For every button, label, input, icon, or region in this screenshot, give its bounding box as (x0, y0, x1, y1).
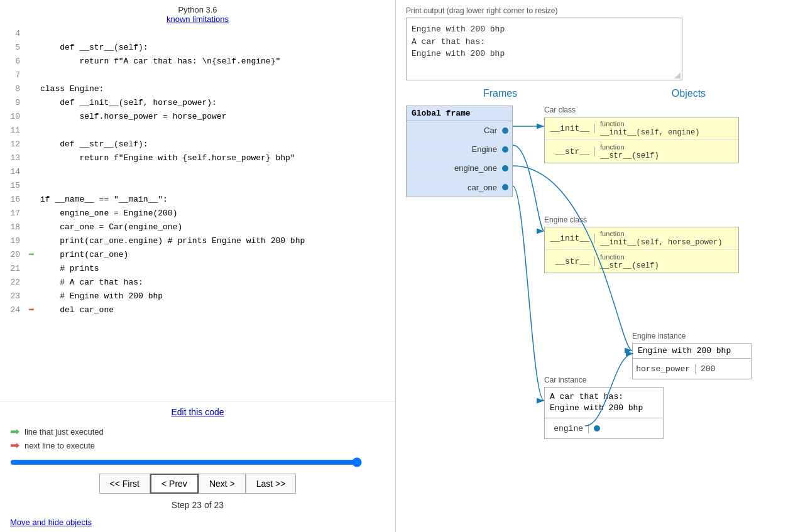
engine-str-func-sig: __str__(self) (600, 261, 659, 270)
engine-class-box: Engine class __init__ function __init__(… (544, 215, 739, 273)
frame-row-car: Car (407, 121, 512, 140)
step-slider[interactable] (10, 457, 362, 467)
engine-init-row: __init__ function __init__(self, horse_p… (545, 227, 738, 250)
edit-code-link[interactable]: Edit this code (171, 407, 224, 417)
table-row: 20➡ print(car_one) (0, 247, 395, 261)
move-hide-link[interactable]: Move and hide objects (10, 518, 92, 527)
line-code-cell (38, 123, 395, 137)
code-table: 45 def __str__(self):6 return f"A car th… (0, 26, 395, 317)
table-row: 5 def __str__(self): (0, 40, 395, 54)
line-number: 14 (0, 165, 25, 178)
table-row: 18 car_one = Car(engine_one) (0, 220, 395, 234)
line-number: 21 (0, 261, 25, 275)
engine-str-name: __str__ (545, 257, 595, 266)
print-output-line: Engine with 200 bhp (412, 48, 677, 60)
engine-str-func-label: function (600, 253, 659, 261)
frame-row-car-one: car_one (407, 178, 512, 197)
line-number: 4 (0, 26, 25, 40)
line-code-cell: # Engine with 200 bhp (38, 289, 395, 303)
line-number: 9 (0, 95, 25, 109)
line-number: 13 (0, 151, 25, 165)
prev-button[interactable]: < Prev (150, 474, 199, 494)
nav-row: << First < Prev Next > Last >> (0, 470, 395, 497)
table-row: 24➡ del car_one (0, 303, 395, 317)
line-code-cell: del car_one (38, 303, 395, 317)
move-hide-row: Move and hide objects (0, 514, 395, 532)
right-panel: Print output (drag lower right corner to… (396, 0, 793, 532)
line-code-cell: def __str__(self): (38, 40, 395, 54)
car-class-box: Car class __init__ function __init__(sel… (544, 106, 739, 163)
line-arrow-cell (25, 26, 38, 40)
line-arrow-cell (25, 151, 38, 165)
engine-init-func-sig: __init__(self, horse_power) (600, 238, 722, 247)
known-limitations-link[interactable]: known limitations (167, 14, 229, 24)
line-number: 23 (0, 289, 25, 303)
line-code-cell (38, 178, 395, 192)
line-arrow-cell (25, 206, 38, 220)
global-frame-box: Global frame Car Engine engine_one car_o… (406, 106, 513, 197)
line-number: 17 (0, 206, 25, 220)
line-code-cell: class Engine: (38, 82, 395, 95)
table-row: 8class Engine: (0, 82, 395, 95)
python-header: Python 3.6 known limitations (0, 0, 395, 26)
car-str-name: __str__ (545, 147, 595, 156)
engine-class-label: Engine class (544, 215, 739, 224)
line-arrow-cell (25, 165, 38, 178)
print-output-box: Engine with 200 bhpA car that has:Engine… (406, 18, 682, 80)
line-number: 10 (0, 109, 25, 123)
line-number: 18 (0, 220, 25, 234)
line-arrow-cell (25, 54, 38, 68)
line-arrow-cell (25, 68, 38, 82)
line-arrow-cell (25, 261, 38, 275)
code-area: 45 def __str__(self):6 return f"A car th… (0, 26, 395, 401)
table-row: 12 def __str__(self): (0, 137, 395, 151)
line-number: 19 (0, 234, 25, 247)
print-output-line: Engine with 200 bhp (412, 23, 677, 36)
table-row: 10 self.horse_power = horse_power (0, 109, 395, 123)
line-code-cell: def __init__(self, horse_power): (38, 95, 395, 109)
slider-row (0, 455, 395, 470)
frame-var-car-one: car_one (468, 183, 497, 192)
line-code-cell: engine_one = Engine(200) (38, 206, 395, 220)
red-arrow-icon: ➡ (10, 440, 19, 451)
first-button[interactable]: << First (99, 474, 150, 494)
line-arrow-cell (25, 123, 38, 137)
car-engine-attr-dot (594, 425, 600, 432)
line-arrow-cell (25, 178, 38, 192)
step-label: Step 23 of 23 (0, 497, 395, 514)
line-number: 6 (0, 54, 25, 68)
line-arrow-cell (25, 95, 38, 109)
car-instance-inner: A car that has:Engine with 200 bhp engin… (544, 387, 664, 439)
car-init-name: __init__ (545, 124, 595, 133)
line-code-cell: car_one = Car(engine_one) (38, 220, 395, 234)
line-code-cell: return f"Engine with {self.horse_power} … (38, 151, 395, 165)
line-code-cell: if __name__ == "__main__": (38, 192, 395, 206)
engine-instance-box: Engine instance Engine with 200 bhp hors… (632, 332, 752, 379)
engine-hp-value: 200 (696, 364, 715, 374)
table-row: 15 (0, 178, 395, 192)
last-button[interactable]: Last >> (246, 474, 297, 494)
next-button[interactable]: Next > (199, 474, 246, 494)
line-code-cell: def __str__(self): (38, 137, 395, 151)
car-str-func-sig: __str__(self) (600, 151, 659, 160)
engine-init-func-label: function (600, 230, 722, 237)
objects-label: Objects (672, 88, 706, 99)
engine-instance-title: Engine with 200 bhp (633, 344, 751, 359)
car-str-func-label: function (600, 143, 659, 151)
python-version-label: Python 3.6 (178, 5, 217, 14)
line-arrow-cell (25, 40, 38, 54)
resize-handle[interactable] (674, 72, 681, 79)
visualization-area: Global frame Car Engine engine_one car_o… (406, 106, 789, 457)
line-arrow-cell (25, 137, 38, 151)
line-arrow-cell (25, 275, 38, 289)
line-arrow-cell (25, 192, 38, 206)
engine-init-name: __init__ (545, 234, 595, 243)
frames-objects-header: Frames Objects (406, 88, 783, 99)
car-init-row: __init__ function __init__(self, engine) (545, 117, 738, 140)
engine-str-row: __str__ function __str__(self) (545, 250, 738, 273)
green-legend-label: line that just executed (25, 427, 104, 437)
line-code-cell (38, 26, 395, 40)
frame-dot-car (502, 128, 508, 134)
legend-red: ➡ next line to execute (10, 440, 385, 451)
engine-hp-name: horse_power (633, 364, 696, 374)
